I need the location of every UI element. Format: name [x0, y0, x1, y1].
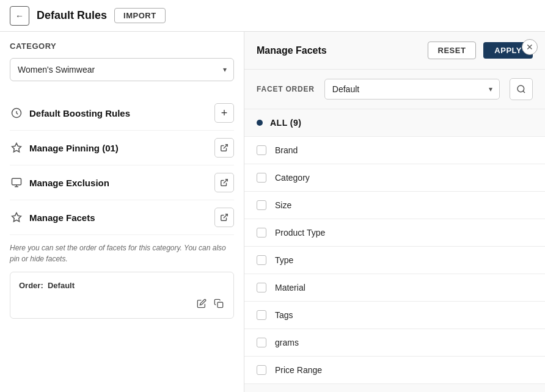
- category-select[interactable]: Women's SwimwearMen's SwimwearKids Swimw…: [10, 58, 234, 81]
- facet-row-tags: Tags: [244, 302, 545, 329]
- facet-name-category: Category: [275, 173, 310, 183]
- main-layout: Category Women's SwimwearMen's SwimwearK…: [0, 32, 545, 392]
- close-button[interactable]: ✕: [522, 39, 538, 55]
- svg-rect-2: [12, 178, 21, 185]
- facet-row-price-range: Price Range: [244, 357, 545, 384]
- nav-item-exclusion[interactable]: Manage Exclusion: [10, 165, 234, 200]
- add-boosting-button[interactable]: +: [214, 103, 234, 123]
- facet-row-brand: Brand: [244, 137, 545, 164]
- left-panel: Category Women's SwimwearMen's SwimwearK…: [0, 32, 244, 392]
- order-card-actions: [19, 297, 225, 312]
- facets-icon: [10, 211, 23, 224]
- back-icon: ←: [15, 11, 24, 21]
- open-exclusion-button[interactable]: [214, 173, 234, 192]
- nav-item-pinning[interactable]: Manage Pinning (01): [10, 131, 234, 165]
- facet-name-type: Type: [275, 255, 293, 265]
- facet-name-product-type: Product Type: [275, 228, 325, 238]
- svg-line-5: [224, 180, 227, 183]
- facet-row-grams: grams: [244, 329, 545, 357]
- facet-name-tags: Tags: [275, 310, 293, 320]
- facet-checkbox-size[interactable]: [257, 200, 266, 210]
- facet-row-material: Material: [244, 274, 545, 302]
- open-pinning-button[interactable]: [214, 138, 234, 158]
- facet-name-price-range: Price Range: [275, 365, 322, 375]
- facet-name-grams: grams: [275, 338, 299, 347]
- facet-all-row[interactable]: ALL (9): [244, 109, 545, 137]
- facet-row-type: Type: [244, 247, 545, 274]
- facet-checkbox-category[interactable]: [257, 173, 266, 183]
- category-select-wrapper: Women's SwimwearMen's SwimwearKids Swimw…: [10, 58, 234, 81]
- boosting-icon: [10, 106, 23, 120]
- facet-order-row: FACET ORDER DefaultAlphabeticalCount ▾: [244, 70, 545, 109]
- facet-name-brand: Brand: [275, 145, 298, 155]
- facet-checkbox-type[interactable]: [257, 255, 266, 265]
- svg-line-1: [224, 145, 227, 148]
- search-facets-button[interactable]: [510, 78, 533, 100]
- facet-order-select[interactable]: DefaultAlphabeticalCount: [324, 79, 500, 100]
- facet-checkbox-brand[interactable]: [257, 145, 266, 155]
- facets-label: Manage Facets: [29, 212, 208, 223]
- pinning-label: Manage Pinning (01): [29, 143, 208, 153]
- panel-header: Manage Facets RESET APPLY: [244, 32, 545, 70]
- facet-row-product-type: Product Type: [244, 219, 545, 247]
- right-panel: ✕ Manage Facets RESET APPLY FACET ORDER …: [244, 32, 545, 392]
- back-button[interactable]: ←: [10, 6, 29, 26]
- import-button[interactable]: IMPORT: [114, 8, 166, 23]
- svg-rect-8: [218, 302, 223, 308]
- facet-checkbox-tags[interactable]: [257, 310, 266, 320]
- edit-order-button[interactable]: [196, 297, 208, 312]
- boosting-label: Default Boosting Rules: [29, 108, 208, 118]
- svg-line-10: [523, 91, 525, 93]
- facet-row-size: Size: [244, 192, 545, 219]
- category-label: Category: [10, 42, 234, 51]
- facet-checkbox-product-type[interactable]: [257, 228, 266, 238]
- facet-checkbox-grams[interactable]: [257, 338, 266, 347]
- reset-button[interactable]: RESET: [428, 42, 477, 59]
- copy-order-button[interactable]: [213, 297, 225, 312]
- nav-item-facets[interactable]: Manage Facets: [10, 200, 234, 235]
- svg-marker-6: [12, 213, 21, 222]
- nav-item-boosting[interactable]: Default Boosting Rules +: [10, 96, 234, 131]
- facet-checkbox-material[interactable]: [257, 283, 266, 292]
- exclusion-label: Manage Exclusion: [29, 178, 208, 188]
- facet-name-size: Size: [275, 200, 291, 210]
- order-card: Order: Default: [10, 272, 234, 319]
- facets-info: Here you can set the order of facets for…: [10, 242, 234, 264]
- facet-checkbox-price-range[interactable]: [257, 365, 266, 375]
- page-title: Default Rules: [37, 9, 107, 22]
- facet-order-select-wrapper: DefaultAlphabeticalCount ▾: [324, 79, 500, 100]
- order-row: Order: Default: [19, 281, 225, 290]
- all-label: ALL (9): [270, 118, 301, 128]
- facet-row-category: Category: [244, 164, 545, 192]
- active-dot: [257, 120, 263, 126]
- facet-order-label: FACET ORDER: [257, 85, 315, 93]
- app-header: ← Default Rules IMPORT: [0, 0, 545, 32]
- panel-title: Manage Facets: [257, 45, 420, 56]
- exclusion-icon: [10, 176, 23, 189]
- facet-list: ALL (9) Brand Category Size Product Type: [244, 109, 545, 392]
- svg-line-7: [224, 214, 227, 218]
- open-facets-button[interactable]: [214, 208, 234, 227]
- facet-name-material: Material: [275, 283, 305, 292]
- svg-point-9: [518, 85, 524, 92]
- pinning-icon: [10, 141, 23, 154]
